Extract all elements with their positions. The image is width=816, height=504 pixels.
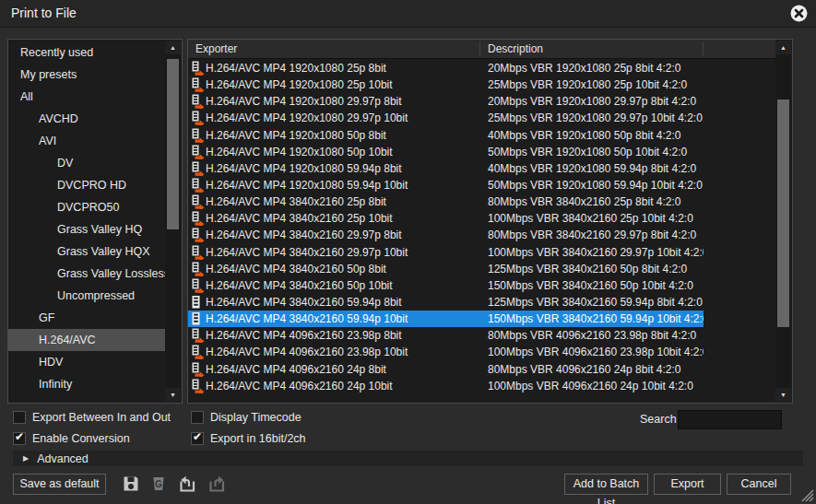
delete-preset-icon[interactable]: G (149, 475, 168, 493)
description-cell: 80Mbps VBR 3840x2160 29.97p 8bit 4:2:0 (480, 229, 704, 241)
exporter-row[interactable]: H.264/AVC MP4 3840x2160 59.94p 10bit150M… (188, 311, 775, 327)
exporter-cell: H.264/AVC MP4 3840x2160 25p 10bit (206, 212, 480, 225)
tree-item-grass-valley-hq[interactable]: Grass Valley HQ (8, 218, 165, 240)
exporter-cell: H.264/AVC MP4 3840x2160 59.94p 8bit (206, 296, 480, 309)
scroll-up-icon[interactable]: ▲ (165, 41, 181, 54)
exporter-row[interactable]: H.264/AVC MP4 3840x2160 29.97p 8bit80Mbp… (188, 227, 775, 243)
exporter-row[interactable]: H.264/AVC MP4 3840x2160 25p 8bit80Mbps V… (188, 193, 775, 210)
film-export-icon (188, 345, 206, 359)
exporter-row[interactable]: H.264/AVC MP4 3840x2160 50p 8bit125Mbps … (188, 261, 775, 277)
exporter-cell: H.264/AVC MP4 4096x2160 23.98p 8bit (206, 329, 480, 342)
film-export-icon (188, 262, 206, 276)
exporter-row[interactable]: H.264/AVC MP4 3840x2160 59.94p 8bit125Mb… (188, 294, 775, 311)
description-cell: 80Mbps VBR 4096x2160 23.98p 8bit 4:2:0 (480, 329, 704, 342)
tree-item-grass-valley-hqx[interactable]: Grass Valley HQX (8, 240, 165, 263)
export-16bit-checkbox[interactable] (191, 432, 204, 445)
tree-item-grass-valley-lossless[interactable]: Grass Valley Lossless (8, 263, 165, 285)
table-scrollbar[interactable]: ▲ ▼ (775, 41, 791, 402)
scroll-down-icon[interactable]: ▼ (775, 388, 791, 402)
column-separator[interactable] (479, 41, 480, 56)
tree-item-dvcpro-hd[interactable]: DVCPRO HD (8, 174, 165, 196)
exporter-cell: H.264/AVC MP4 4096x2160 24p 10bit (206, 380, 480, 393)
film-export-icon (188, 194, 206, 209)
advanced-expander[interactable]: ▶ Advanced (13, 451, 803, 466)
exporter-row[interactable]: H.264/AVC MP4 1920x1080 25p 8bit20Mbps V… (188, 60, 775, 76)
tree-item-uncompressed[interactable]: Uncompressed (8, 285, 165, 307)
exporter-row[interactable]: H.264/AVC MP4 3840x2160 25p 10bit100Mbps… (188, 210, 775, 227)
exporter-cell: H.264/AVC MP4 4096x2160 24p 8bit (206, 363, 480, 376)
column-header-description[interactable]: Description (488, 40, 543, 59)
cancel-button[interactable]: Cancel (727, 474, 791, 495)
tree-item-my-presets[interactable]: My presets (8, 64, 165, 86)
exporter-row[interactable]: H.264/AVC MP4 4096x2160 23.98p 8bit80Mbp… (188, 327, 775, 344)
exporter-cell: H.264/AVC MP4 3840x2160 29.97p 10bit (206, 246, 480, 259)
exporter-row[interactable]: H.264/AVC MP4 1920x1080 50p 10bit50Mbps … (188, 144, 775, 160)
tree-item-infinity[interactable]: Infinity (8, 373, 165, 395)
tree-scrollbar[interactable]: ▲ ▼ (165, 41, 181, 402)
export-button[interactable]: Export (654, 474, 721, 495)
search-input[interactable] (678, 410, 782, 429)
export-preset-icon[interactable] (207, 475, 226, 493)
column-separator[interactable] (703, 41, 704, 56)
exporter-cell: H.264/AVC MP4 3840x2160 25p 8bit (206, 195, 480, 208)
film-export-icon (188, 328, 206, 343)
description-cell: 125Mbps VBR 3840x2160 50p 8bit 4:2:0 (480, 263, 704, 275)
description-cell: 150Mbps VBR 3840x2160 50p 10bit 4:2:0 (480, 279, 704, 292)
close-icon[interactable] (790, 5, 808, 22)
description-cell: 80Mbps VBR 3840x2160 25p 8bit 4:2:0 (480, 195, 704, 208)
exporter-row[interactable]: H.264/AVC MP4 1920x1080 29.97p 8bit20Mbp… (188, 93, 775, 110)
display-timecode-checkbox[interactable] (191, 411, 204, 424)
enable-conversion-checkbox[interactable] (13, 432, 26, 445)
tree-item-hdv[interactable]: HDV (8, 351, 165, 373)
export-16bit-label: Export in 16bit/2ch (210, 432, 306, 445)
description-cell: 40Mbps VBR 1920x1080 50p 8bit 4:2:0 (480, 129, 704, 142)
exporter-row[interactable]: H.264/AVC MP4 1920x1080 59.94p 10bit50Mb… (188, 177, 775, 193)
exporter-table-body: H.264/AVC MP4 1920x1080 25p 8bit20Mbps V… (188, 60, 775, 403)
exporter-row[interactable]: H.264/AVC MP4 4096x2160 23.98p 10bit100M… (188, 344, 775, 360)
exporter-row[interactable]: H.264/AVC MP4 1920x1080 25p 10bit25Mbps … (188, 76, 775, 93)
print-to-file-dialog: Print to File Recently usedMy presetsAll… (0, 0, 816, 504)
tree-item-avchd[interactable]: AVCHD (8, 108, 165, 130)
advanced-label: Advanced (37, 452, 89, 465)
scroll-up-icon[interactable]: ▲ (775, 41, 791, 54)
exporter-row[interactable]: H.264/AVC MP4 1920x1080 50p 8bit40Mbps V… (188, 127, 775, 144)
exporter-row[interactable]: H.264/AVC MP4 3840x2160 29.97p 10bit100M… (188, 244, 775, 261)
tree-item-recently-used[interactable]: Recently used (8, 41, 165, 64)
exporter-row[interactable]: H.264/AVC MP4 4096x2160 24p 8bit80Mbps V… (188, 361, 775, 378)
column-header-exporter[interactable]: Exporter (195, 40, 237, 59)
exporter-cell: H.264/AVC MP4 1920x1080 59.94p 8bit (206, 162, 480, 175)
table-scrollbar-thumb[interactable] (777, 100, 789, 327)
exporter-cell: H.264/AVC MP4 3840x2160 50p 8bit (206, 263, 480, 275)
tree-item-gf[interactable]: GF (8, 307, 165, 329)
description-cell: 100Mbps VBR 3840x2160 25p 10bit 4:2:0 (480, 212, 704, 225)
tree-item-h-264-avc[interactable]: H.264/AVC (8, 329, 165, 351)
exporter-row[interactable]: H.264/AVC MP4 4096x2160 24p 10bit100Mbps… (188, 378, 775, 394)
film-icon (188, 311, 206, 326)
exporter-cell: H.264/AVC MP4 1920x1080 25p 10bit (206, 78, 480, 91)
tree-item-avi[interactable]: AVI (8, 130, 165, 152)
search-label: Search (640, 413, 677, 426)
scroll-down-icon[interactable]: ▼ (165, 388, 181, 402)
film-export-icon (188, 94, 206, 109)
film-export-icon (188, 61, 206, 76)
film-export-icon (188, 77, 206, 92)
title-bar: Print to File (0, 0, 816, 28)
exporter-row[interactable]: H.264/AVC MP4 1920x1080 29.97p 10bit25Mb… (188, 110, 775, 126)
preset-tree: Recently usedMy presetsAllAVCHDAVIDVDVCP… (8, 41, 165, 403)
add-to-batch-list-button[interactable]: Add to Batch List (564, 474, 648, 495)
tree-item-all[interactable]: All (8, 86, 165, 108)
tree-item-dv[interactable]: DV (8, 152, 165, 174)
exporter-row[interactable]: H.264/AVC MP4 1920x1080 59.94p 8bit40Mbp… (188, 160, 775, 177)
exporter-cell: H.264/AVC MP4 3840x2160 59.94p 10bit (206, 312, 480, 325)
import-preset-icon[interactable] (178, 475, 196, 493)
film-export-icon (188, 145, 206, 159)
save-icon[interactable] (122, 475, 140, 493)
tree-scrollbar-thumb[interactable] (167, 59, 179, 229)
export-between-checkbox[interactable] (13, 411, 26, 424)
display-timecode-option: Display Timecode (191, 409, 302, 425)
film-export-icon (188, 128, 206, 143)
save-as-default-button[interactable]: Save as default (13, 474, 106, 495)
exporter-row[interactable]: H.264/AVC MP4 3840x2160 50p 10bit150Mbps… (188, 277, 775, 294)
resize-grip[interactable] (801, 489, 814, 502)
tree-item-dvcpro50[interactable]: DVCPRO50 (8, 196, 165, 218)
